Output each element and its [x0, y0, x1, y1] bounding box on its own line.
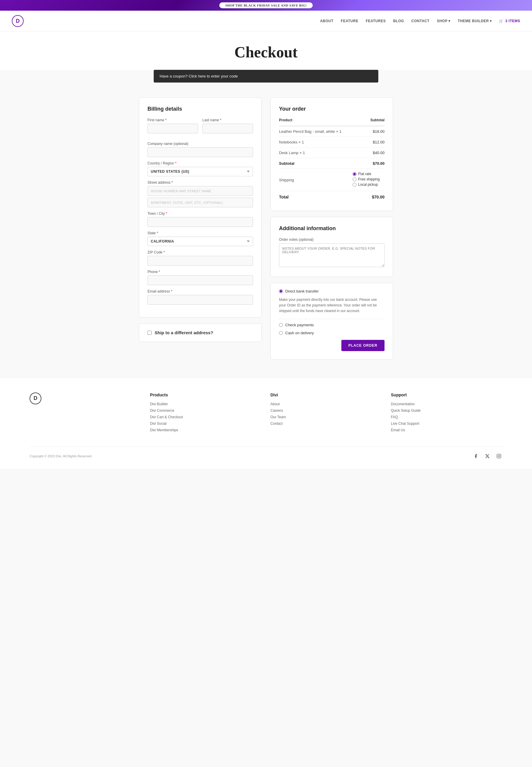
nav-shop[interactable]: SHOP ▾	[437, 19, 450, 23]
nav-about[interactable]: ABOUT	[320, 19, 333, 23]
nav-feature[interactable]: FEATURE	[341, 19, 358, 23]
footer-link[interactable]: Divi Cart & Checkout	[150, 415, 262, 419]
footer-link[interactable]: Live Chat Support	[391, 421, 503, 426]
footer-products-col: Products Divi Builder Divi Commerce Divi…	[150, 393, 262, 434]
last-name-input[interactable]	[202, 124, 253, 133]
local-pickup-radio[interactable]	[353, 183, 356, 186]
name-row: First name * Last name *	[147, 118, 253, 137]
footer-divi-title: Divi	[270, 393, 382, 397]
phone-group: Phone *	[147, 270, 253, 285]
check-radio[interactable]	[279, 323, 283, 327]
page-title-section: Checkout	[0, 32, 532, 70]
shipping-label: Shipping	[279, 169, 353, 191]
right-column: Your order Product Subtotal Leather Penc…	[270, 97, 393, 360]
phone-input[interactable]	[147, 275, 253, 285]
shipping-options-cell: Flat rate Free shipping Local pickup	[353, 169, 385, 191]
logo[interactable]: D	[12, 15, 24, 27]
product-col-header: Product	[279, 118, 353, 126]
country-select[interactable]: UNITED STATES (US)	[147, 167, 253, 176]
item-name: Notebooks × 1	[279, 137, 353, 147]
footer-link[interactable]: Divi Commerce	[150, 408, 262, 413]
footer-link[interactable]: Divi Builder	[150, 402, 262, 406]
svg-point-2	[500, 455, 500, 455]
order-notes-input[interactable]	[279, 244, 385, 267]
bank-transfer-radio[interactable]	[279, 289, 283, 293]
country-group: Country / Region * UNITED STATES (US)	[147, 161, 253, 176]
footer-logo: D	[30, 393, 41, 404]
free-shipping-radio[interactable]	[353, 177, 356, 181]
nav-blog[interactable]: BLOG	[393, 19, 404, 23]
city-label: Town / City *	[147, 212, 253, 216]
main-nav: ABOUT FEATURE FEATURES BLOG CONTACT SHOP…	[320, 19, 520, 23]
nav-features[interactable]: FEATURES	[366, 19, 386, 23]
twitter-x-icon[interactable]	[484, 453, 491, 460]
facebook-icon[interactable]	[472, 453, 479, 460]
zip-input[interactable]	[147, 256, 253, 266]
coupon-bar[interactable]: Have a coupon? Click here to enter your …	[154, 70, 378, 82]
state-select[interactable]: CALIFORNIA	[147, 237, 253, 246]
footer-logo-col: D	[30, 393, 141, 434]
flat-rate-radio[interactable]	[353, 172, 356, 176]
city-input[interactable]	[147, 217, 253, 227]
nav-cart[interactable]: 🛒 3 ITEMS	[499, 19, 520, 23]
footer-bottom: Copyright © 2023 Divi. All Rights Reserv…	[30, 446, 502, 460]
order-table: Product Subtotal Leather Pencil Bag - sm…	[279, 118, 385, 202]
notes-label: Order notes (optional)	[279, 238, 385, 242]
footer-link[interactable]: About	[270, 402, 382, 406]
first-name-input[interactable]	[147, 124, 198, 133]
footer-link[interactable]: Careers	[270, 408, 382, 413]
bank-transfer-label: Direct bank transfer	[285, 289, 319, 294]
state-group: State * CALIFORNIA	[147, 231, 253, 246]
subtotal-row: Subtotal $70.00	[279, 158, 385, 169]
footer-support-title: Support	[391, 393, 503, 397]
footer: D Products Divi Builder Divi Commerce Di…	[0, 377, 532, 468]
email-input[interactable]	[147, 295, 253, 305]
total-value: $70.00	[353, 191, 385, 203]
city-group: Town / City *	[147, 212, 253, 227]
shipping-row: Shipping Flat rate Free shipping	[279, 169, 385, 191]
payment-check: Check payments	[279, 323, 385, 327]
required-marker: *	[157, 231, 158, 235]
item-price: $12.00	[353, 137, 385, 147]
apt-input[interactable]	[147, 198, 253, 208]
email-label: Email address *	[147, 289, 253, 294]
footer-link[interactable]: Our Team	[270, 415, 382, 419]
footer-link[interactable]: Divi Memberships	[150, 428, 262, 432]
shipping-options: Flat rate Free shipping Local pickup	[353, 172, 385, 186]
nav-theme-builder[interactable]: THEME BUILDER ▾	[458, 19, 492, 23]
footer-link[interactable]: Divi Social	[150, 421, 262, 426]
payment-cod: Cash on delivery	[279, 331, 385, 335]
cod-radio[interactable]	[279, 331, 283, 335]
company-group: Company name (optional)	[147, 142, 253, 157]
item-price: $18.00	[353, 126, 385, 137]
footer-divi-col: Divi About Careers Our Team Contact	[270, 393, 382, 434]
chevron-down-icon: ▾	[448, 19, 450, 23]
state-label: State *	[147, 231, 253, 235]
item-price: $40.00	[353, 147, 385, 158]
top-banner[interactable]: SHOP THE BLACK FRIDAY SALE AND SAVE BIG!	[0, 0, 532, 11]
footer-link[interactable]: Contact	[270, 421, 382, 426]
footer-link[interactable]: Quick Setup Guide	[391, 408, 503, 413]
social-links	[472, 453, 502, 460]
place-order-button[interactable]: PLACE ORDER	[341, 340, 385, 351]
ship-different-checkbox[interactable]	[147, 331, 152, 335]
payment-divider	[279, 319, 385, 319]
footer-products-title: Products	[150, 393, 262, 397]
last-name-group: Last name *	[202, 118, 253, 133]
bank-transfer-desc: Make your payment directly into our bank…	[279, 297, 385, 314]
footer-link[interactable]: Email Us	[391, 428, 503, 432]
first-name-label: First name *	[147, 118, 198, 122]
footer-link[interactable]: FAQ	[391, 415, 503, 419]
local-pickup-label: Local pickup	[358, 182, 378, 186]
ship-different-label[interactable]: Ship to a different address?	[147, 330, 253, 335]
item-name: Leather Pencil Bag - small, white × 1	[279, 126, 353, 137]
nav-contact[interactable]: CONTACT	[411, 19, 429, 23]
zip-group: ZIP Code *	[147, 250, 253, 266]
cart-icon: 🛒	[499, 19, 504, 23]
required-marker: *	[159, 270, 160, 274]
street-input[interactable]	[147, 186, 253, 196]
instagram-icon[interactable]	[495, 453, 502, 460]
footer-link[interactable]: Documentation	[391, 402, 503, 406]
subtotal-value: $70.00	[353, 158, 385, 169]
company-input[interactable]	[147, 147, 253, 157]
